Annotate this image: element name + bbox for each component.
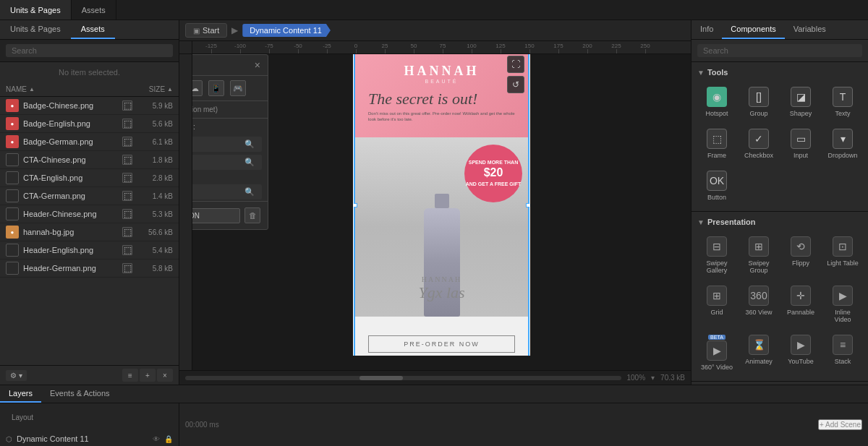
asset-row[interactable]: ● Badge-English.png ⬚ 5.6 kB [0,115,179,133]
tool-dropdown[interactable]: ▾ Dropdown [823,124,862,163]
pres-youtube[interactable]: ▶ YouTube [781,330,820,375]
list-view-button[interactable]: ≡ [122,369,138,382]
phone-circle-offer: SPEND MORE THAN $20 AND GET A FREE GIFT [464,145,522,202]
delete-condition-button[interactable]: 🗑 [244,207,260,223]
flippy-label: Flippy [792,260,809,267]
tool-frame[interactable]: ⬚ Frame [697,124,736,163]
tab-variables[interactable]: Variables [785,20,835,39]
asset-row[interactable]: ● Badge-German.png ⬚ 6.1 kB [0,133,179,151]
location-search-icon-cn[interactable]: 🔍 [244,187,255,197]
modal-icon-game[interactable]: 🎮 [230,80,246,96]
tools-section: ▼ Tools ◉ Hotspot [] Group ◪ Shapey T Te… [692,62,868,212]
frame-label: Frame [707,152,726,159]
asset-row[interactable]: CTA-English.png ⬚ 2.8 kB [0,169,179,187]
360°-video-icon: ▶ [707,340,727,361]
pres-grid[interactable]: ⊞ Grid [697,281,736,327]
modal-close-button[interactable]: × [255,59,260,71]
pres-360°-video[interactable]: BETA ▶ 360° Video [697,330,736,375]
asset-row[interactable]: CTA-German.png ⬚ 1.4 kB [0,187,179,205]
presentation-section-header[interactable]: ▼ Presentation [692,215,868,229]
light-table-icon: ⊡ [833,236,853,257]
add-scene-button[interactable]: + Add Scene [818,419,862,430]
asset-row[interactable]: ● Badge-Chinese.png ⬚ 5.9 kB [0,97,179,115]
layer-lock-icon[interactable]: 🔒 [164,435,173,443]
location-item-cn[interactable]: China 🔍 [192,184,262,200]
right-search-input[interactable] [697,44,862,57]
panel-tab-assets[interactable]: Assets [71,20,115,39]
tab-units-pages[interactable]: Units & Pages [0,0,72,20]
dropdown-label: Dropdown [827,152,857,159]
tool-group[interactable]: [] Group [739,82,778,121]
search-input[interactable] [6,44,173,57]
canvas-fullscreen-button[interactable]: ⛶ [507,56,524,73]
tab-info[interactable]: Info [692,20,722,39]
tools-section-header[interactable]: ▼ Tools [692,65,868,80]
asset-name: CTA-German.png [23,192,122,200]
asset-row[interactable]: ● hannah-bg.jpg ⬚ 56.6 kB [0,223,179,241]
pres-swipey-gallery[interactable]: ⊟ Swipey Gallery [697,232,736,278]
pres-stack[interactable]: ≡ Stack [823,330,862,375]
canvas-scrollbar[interactable] [185,376,621,380]
ruler-horizontal: -125-100-75-50-2502550751001251501752002… [192,41,691,54]
add-condition-button[interactable]: + ADD CONDITION [192,208,240,223]
phone-bottom-btn[interactable]: PRE-ORDER NOW [368,335,515,353]
360°-video-label: 360° Video [701,364,733,371]
pres-flippy[interactable]: ⟲ Flippy [781,232,820,278]
panel-tab-units[interactable]: Units & Pages [0,20,71,39]
pres-pannable[interactable]: ✛ Pannable [781,281,820,327]
animatey-label: Animatey [745,358,773,365]
pres-light-table[interactable]: ⊡ Light Table [823,232,862,278]
phone-content: HANNAH BEAUTÉ The secret is out! Don't m… [354,54,529,356]
asset-name: Badge-Chinese.png [23,101,122,110]
pres-360-view[interactable]: 360 360 View [739,281,778,327]
texty-icon: T [833,87,853,107]
tool-input[interactable]: ▭ Input [781,124,820,163]
tool-button[interactable]: OK Button [697,166,736,205]
tab-layers[interactable]: Layers [0,385,41,403]
tool-shapey[interactable]: ◪ Shapey [781,82,820,121]
modal-icon-weather[interactable]: ☁ [192,80,203,96]
asset-icon: ● [6,226,19,239]
settings-button[interactable]: ⚙ ▾ [6,370,27,381]
asset-row[interactable]: Header-German.png ⬚ 5.8 kB [0,260,179,278]
swipey-gallery-label: Swipey Gallery [700,260,733,274]
tab-events-actions[interactable]: Events & Actions [41,385,119,403]
bottom-tabs: Layers Events & Actions [0,385,868,403]
grid-label: Grid [710,309,723,316]
tool-checkbox[interactable]: ✓ Checkbox [739,124,778,163]
swipey-group-icon: ⊞ [749,236,769,257]
asset-row[interactable]: CTA-Chinese.png ⬚ 1.8 kB [0,151,179,169]
pres-inline-video[interactable]: ▶ Inline Video [823,281,862,327]
location-item-de[interactable]: Germany 🔍 [192,155,262,170]
asset-row[interactable]: Header-English.png ⬚ 5.4 kB [0,241,179,260]
tab-components[interactable]: Components [722,20,784,39]
zoom-label: 100% [627,374,646,382]
tool-hotspot[interactable]: ◉ Hotspot [697,82,736,121]
tools-grid: ◉ Hotspot [] Group ◪ Shapey T Texty ⬚ Fr… [692,80,868,208]
shapey-icon: ◪ [791,87,811,107]
asset-type-icon: ⬚ [122,155,132,165]
pres-animatey[interactable]: ⌛ Animatey [739,330,778,375]
inline-video-label: Inline Video [826,309,859,323]
icon-btns: ≡ + × [122,369,173,382]
tool-texty[interactable]: T Texty [823,82,862,121]
pres-swipey-group[interactable]: ⊞ Swipey Group [739,232,778,278]
location-search-icon[interactable]: 🔍 [244,140,255,149]
canvas-refresh-button[interactable]: ↺ [507,76,524,93]
tab-assets[interactable]: Assets [72,0,116,20]
left-panel-bottom: ⚙ ▾ ≡ + × [0,365,179,385]
asset-size: 5.9 kB [137,102,173,110]
asset-size: 1.8 kB [137,156,173,164]
stack-icon: ≡ [833,335,853,355]
modal-default-text: Default (no signal or no condition met) [192,101,268,119]
location-item-us[interactable]: United States 🔍 [192,137,262,152]
layer-eye-icon[interactable]: 👁 [153,435,160,443]
asset-row[interactable]: Header-Chinese.png ⬚ 5.3 kB [0,205,179,223]
start-button[interactable]: ▣ Start [185,23,227,38]
delete-asset-button[interactable]: × [157,369,173,382]
location-search-icon-de[interactable]: 🔍 [244,158,255,167]
breadcrumb[interactable]: Dynamic Content 11 [242,24,331,37]
flippy-icon: ⟲ [791,236,811,257]
modal-icon-device[interactable]: 📱 [208,80,224,96]
add-asset-button[interactable]: + [140,369,156,382]
